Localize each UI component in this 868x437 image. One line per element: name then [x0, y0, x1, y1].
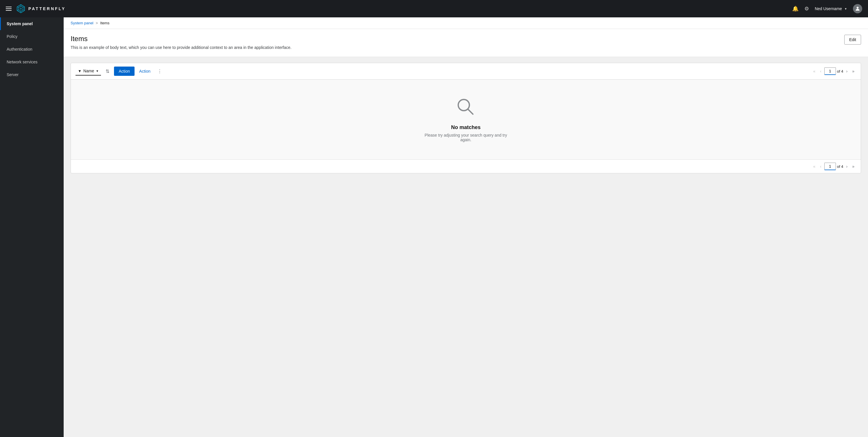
table-section: ▼ Name ▼ ⇅ Action Action ⋮ « ‹ — [71, 63, 861, 174]
breadcrumb-parent-link[interactable]: System panel — [71, 21, 93, 25]
sidebar-item-authentication[interactable]: Authentication — [0, 43, 64, 56]
action-link-button[interactable]: Action — [137, 67, 153, 76]
user-menu[interactable]: Ned Username ▼ — [815, 6, 847, 11]
page-description: This is an example of body text, which y… — [71, 45, 291, 50]
avatar[interactable] — [853, 4, 862, 13]
sidebar-item-server[interactable]: Server — [0, 68, 64, 81]
page-header-content: Items This is an example of body text, w… — [71, 35, 291, 50]
kebab-icon: ⋮ — [157, 69, 162, 74]
toolbar: ▼ Name ▼ ⇅ Action Action ⋮ « ‹ — [71, 63, 861, 80]
bottom-next-page-button[interactable]: › — [844, 163, 849, 170]
filter-dropdown-chevron-icon: ▼ — [96, 69, 99, 73]
bottom-prev-page-button[interactable]: ‹ — [818, 163, 823, 170]
bottom-last-page-button[interactable]: » — [850, 163, 856, 170]
brand: PATTERNFLY — [16, 4, 66, 13]
empty-state-title: No matches — [451, 124, 480, 130]
action-primary-button[interactable]: Action — [114, 67, 134, 76]
next-page-button[interactable]: › — [844, 68, 849, 75]
kebab-menu-button[interactable]: ⋮ — [155, 67, 164, 76]
hamburger-menu-button[interactable] — [6, 7, 11, 11]
filter-icon: ▼ — [78, 69, 82, 73]
empty-state: No matches Please try adjusting your sea… — [71, 80, 861, 159]
page-title: Items — [71, 35, 291, 43]
svg-line-7 — [468, 109, 473, 114]
sidebar-item-policy[interactable]: Policy — [0, 30, 64, 43]
prev-page-button[interactable]: ‹ — [818, 68, 823, 75]
page-number-input[interactable] — [824, 67, 836, 75]
breadcrumb-separator: > — [96, 21, 98, 25]
bottom-page-of-label: of 4 — [837, 164, 843, 169]
empty-state-description: Please try adjusting your search query a… — [423, 133, 509, 142]
brand-logo-icon — [16, 4, 26, 13]
sort-button[interactable]: ⇅ — [103, 67, 112, 76]
filter-name-button[interactable]: ▼ Name ▼ — [75, 67, 101, 75]
sidebar-item-system-panel[interactable]: System panel — [0, 18, 64, 30]
sidebar: System panel Policy Authentication Netwo… — [0, 18, 64, 437]
pagination-bottom: « ‹ of 4 › » — [71, 159, 861, 173]
breadcrumb-current-page: Items — [100, 21, 110, 25]
pagination-top: « ‹ of 4 › » — [811, 67, 856, 75]
breadcrumb-bar: System panel > Items — [64, 18, 868, 29]
no-results-search-icon — [456, 97, 476, 120]
username-label: Ned Username — [815, 6, 842, 11]
brand-name-text: PATTERNFLY — [28, 6, 66, 11]
svg-point-5 — [857, 7, 859, 9]
page-header: Items This is an example of body text, w… — [64, 29, 868, 57]
sort-icon: ⇅ — [105, 69, 110, 74]
bottom-first-page-button[interactable]: « — [811, 163, 817, 170]
bottom-page-number-input[interactable] — [824, 163, 836, 170]
user-avatar-icon — [855, 6, 861, 11]
notification-bell-icon[interactable]: 🔔 — [792, 5, 799, 12]
main-content: System panel > Items Items This is an ex… — [64, 18, 868, 437]
last-page-button[interactable]: » — [850, 68, 856, 75]
user-menu-chevron-icon: ▼ — [844, 7, 847, 10]
page-of-label: of 4 — [837, 69, 843, 73]
first-page-button[interactable]: « — [811, 68, 817, 75]
top-navigation: PATTERNFLY 🔔 ⚙ Ned Username ▼ — [0, 0, 868, 18]
breadcrumb: System panel > Items — [71, 21, 861, 25]
sidebar-item-network-services[interactable]: Network services — [0, 56, 64, 68]
filter-name-label: Name — [83, 69, 94, 73]
edit-button[interactable]: Edit — [844, 35, 861, 44]
settings-gear-icon[interactable]: ⚙ — [804, 5, 809, 12]
